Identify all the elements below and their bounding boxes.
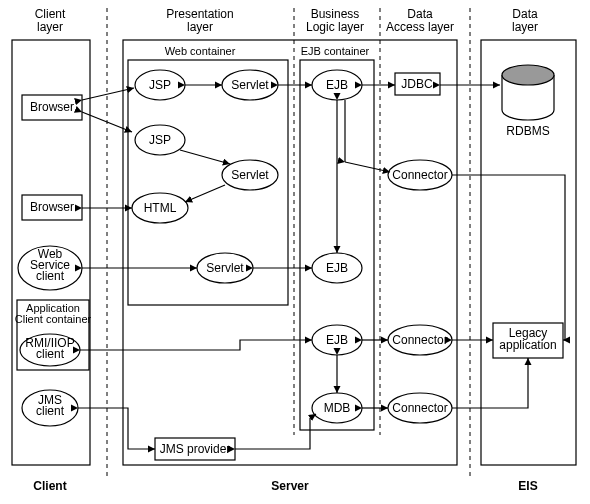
svg-text:JMSclient: JMSclient [36,393,65,418]
web-container-label: Web container [165,45,236,57]
svg-text:Servlet: Servlet [206,261,244,275]
ejb-container-label: EJB container [301,45,370,57]
bottom-eis-label: EIS [518,479,537,493]
svg-text:Connector: Connector [392,168,447,182]
svg-text:JSP: JSP [149,78,171,92]
layer-client-label: Clientlayer [35,7,66,34]
svg-text:Servlet: Servlet [231,78,269,92]
bottom-server-label: Server [271,479,309,493]
layer-dataaccess-label: DataAccess layer [386,7,454,34]
svg-text:JSP: JSP [149,133,171,147]
svg-text:ApplicationClient container: ApplicationClient container [15,302,92,325]
svg-text:JMS provider: JMS provider [160,442,231,456]
svg-text:Browser: Browser [30,100,74,114]
svg-text:HTML: HTML [144,201,177,215]
svg-line-30 [185,185,225,202]
svg-line-29 [180,150,230,164]
svg-text:Servlet: Servlet [231,168,269,182]
architecture-diagram: Clientlayer Presentationlayer BusinessLo… [0,0,590,504]
svg-text:Connector: Connector [392,401,447,415]
rdbms-db-icon [502,65,554,120]
layer-business-label: BusinessLogic layer [306,7,364,34]
svg-text:EJB: EJB [326,333,348,347]
layer-presentation-label: Presentationlayer [166,7,233,34]
svg-text:MDB: MDB [324,401,351,415]
bottom-client-label: Client [33,479,66,493]
rdbms-label: RDBMS [506,124,549,138]
svg-point-21 [502,65,554,85]
svg-text:EJB: EJB [326,78,348,92]
svg-text:JDBC: JDBC [401,77,433,91]
svg-text:Connector: Connector [392,333,447,347]
svg-text:EJB: EJB [326,261,348,275]
layer-data-label: Datalayer [512,7,538,34]
svg-text:Browser: Browser [30,200,74,214]
svg-line-33 [345,162,390,172]
